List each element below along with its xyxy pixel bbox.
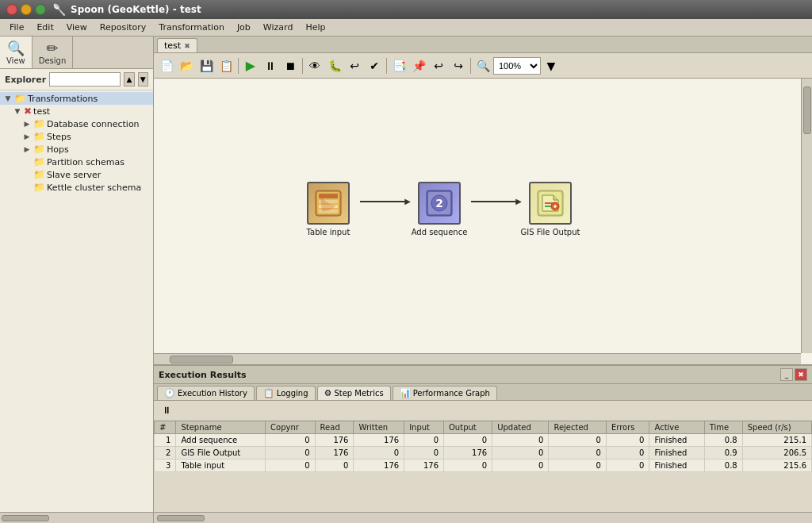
tree-item-steps[interactable]: ▶ 📁 Steps [0, 130, 153, 143]
row3-output: 0 [444, 460, 492, 472]
preview-button[interactable]: 👁 [305, 56, 324, 75]
exec-close-button[interactable]: ✖ [795, 368, 807, 381]
col-header-written: Written [354, 421, 404, 434]
menu-file[interactable]: File [3, 21, 30, 34]
canvas-area[interactable]: Table input 2 [154, 79, 812, 364]
exec-title: Execution Results [159, 370, 247, 380]
step-metrics-icon: ⚙️ [324, 388, 332, 398]
tree-item-kettle-cluster[interactable]: 📁 Kettle cluster schema [0, 181, 153, 194]
row1-time: 0.8 [704, 434, 742, 447]
menu-help[interactable]: Help [299, 21, 331, 34]
tab-view[interactable]: 🔍 View [0, 37, 33, 68]
row2-active: Finished [649, 447, 704, 460]
canvas-h-scrollbar[interactable] [154, 353, 801, 364]
left-scrollbar[interactable] [0, 512, 153, 523]
left-tabs: 🔍 View ✏️ Design [0, 37, 153, 69]
node-gis-file-output[interactable]: GIS File Output [519, 182, 582, 237]
results-h-scrollbar[interactable] [154, 512, 812, 523]
new-button[interactable]: 📄 [157, 56, 176, 75]
row2-time: 0.9 [704, 447, 742, 460]
row1-speed: 215.1 [742, 434, 811, 447]
tree-item-database-connection[interactable]: ▶ 📁 Database connection [0, 117, 153, 130]
zoom-select[interactable]: 100% 50% 75% 150% 200% [493, 57, 541, 75]
row1-stepname: Add sequence [176, 434, 266, 447]
row2-num: 2 [155, 447, 176, 460]
maximize-button[interactable] [35, 4, 46, 15]
tab-design[interactable]: ✏️ Design [33, 37, 74, 68]
exec-controls: _ ✖ [780, 368, 807, 381]
tree-item-partition-schemas[interactable]: 📁 Partition schemas [0, 156, 153, 168]
history-icon: 🕐 [164, 388, 175, 398]
window-controls[interactable] [6, 4, 46, 15]
explorer-search[interactable] [49, 72, 121, 87]
node-add-sequence-box[interactable]: 2 [418, 182, 461, 225]
menu-edit[interactable]: Edit [30, 21, 59, 34]
menu-job[interactable]: Job [231, 21, 257, 34]
col-header-speed: Speed (r/s) [742, 421, 811, 434]
copy-button[interactable]: 📑 [389, 56, 408, 75]
collapse-all-button[interactable]: ▲ [124, 72, 134, 87]
node-table-input[interactable]: Table input [297, 182, 360, 237]
node-add-sequence[interactable]: 2 Add sequence [408, 182, 471, 237]
redo-button[interactable]: ↪ [449, 56, 468, 75]
zoom-in-button[interactable]: 🔍 [473, 56, 492, 75]
node-gis-file-output-box[interactable] [529, 182, 572, 225]
minimize-button[interactable] [21, 4, 32, 15]
exec-toolbar: ⏸ [154, 401, 812, 421]
results-table-wrap[interactable]: # Stepname Copynr Read Written Input Out… [154, 421, 812, 512]
save-button[interactable]: 💾 [197, 56, 216, 75]
exec-header: Execution Results _ ✖ [154, 366, 812, 384]
run-button[interactable]: ▶ [241, 56, 260, 75]
tree-item-slave-server[interactable]: 📁 Slave server [0, 168, 153, 181]
exec-minimize-button[interactable]: _ [780, 368, 793, 381]
row1-input: 0 [404, 434, 444, 447]
tree-item-transformations[interactable]: ▼ 📁 Transformations [0, 92, 153, 105]
tab-test[interactable]: test ✖ [157, 38, 197, 52]
row2-speed: 206.5 [742, 447, 811, 460]
tab-test-close[interactable]: ✖ [184, 42, 190, 50]
verify-button[interactable]: ✔ [365, 56, 384, 75]
tree-label-database-connection: Database connection [47, 119, 140, 129]
menu-wizard[interactable]: Wizard [257, 21, 300, 34]
explorer-label: Explorer [5, 75, 46, 85]
tab-performance-graph[interactable]: 📊 Performance Graph [393, 386, 497, 400]
row3-copynr: 0 [266, 460, 316, 472]
open-button[interactable]: 📂 [177, 56, 196, 75]
row2-input: 0 [404, 447, 444, 460]
expand-all-button[interactable]: ▼ [138, 72, 148, 87]
row1-rejected: 0 [549, 434, 606, 447]
row3-stepname: Table input [176, 460, 266, 472]
menu-transformation[interactable]: Transformation [152, 21, 231, 34]
canvas-v-scrollbar[interactable] [801, 79, 812, 353]
tab-step-metrics[interactable]: ⚙️ Step Metrics [317, 386, 391, 400]
close-button[interactable] [6, 4, 17, 15]
toolbar: 📄 📂 💾 📋 ▶ ⏸ ⏹ 👁 🐛 ↩ ✔ 📑 📌 ↩ ↪ 🔍 100% 50%… [154, 53, 812, 79]
tab-performance-graph-label: Performance Graph [413, 389, 490, 398]
node-table-input-box[interactable] [307, 182, 350, 225]
tree-item-hops[interactable]: ▶ 📁 Hops [0, 143, 153, 156]
undo-button[interactable]: ↩ [429, 56, 448, 75]
tree-label-partition-schemas: Partition schemas [47, 157, 124, 167]
paste-button[interactable]: 📌 [409, 56, 428, 75]
menu-view[interactable]: View [60, 21, 94, 34]
row3-time: 0.8 [704, 460, 742, 472]
steps-folder-icon: 📁 [33, 131, 45, 142]
row1-output: 0 [444, 434, 492, 447]
stop-button[interactable]: ⏹ [281, 56, 300, 75]
tab-execution-history[interactable]: 🕐 Execution History [157, 386, 255, 400]
col-header-output: Output [444, 421, 492, 434]
debug-button[interactable]: 🐛 [325, 56, 344, 75]
zoom-dropdown-button[interactable]: ▼ [542, 56, 561, 75]
pause-button[interactable]: ⏸ [261, 56, 280, 75]
node-add-sequence-label: Add sequence [412, 228, 468, 237]
tree-item-test[interactable]: ▼ ✖ test [0, 105, 153, 117]
gis-file-output-icon [536, 189, 565, 217]
exec-pause-button[interactable]: ⏸ [159, 402, 174, 418]
hops-folder-icon: 📁 [33, 144, 45, 155]
tab-logging[interactable]: 📋 Logging [256, 386, 316, 400]
tab-design-label: Design [39, 56, 67, 65]
replay-button[interactable]: ↩ [345, 56, 364, 75]
save-as-button[interactable]: 📋 [216, 56, 236, 75]
table-row: 1 Add sequence 0 176 176 0 0 0 0 0 Finis… [155, 434, 812, 447]
menu-repository[interactable]: Repository [94, 21, 153, 34]
